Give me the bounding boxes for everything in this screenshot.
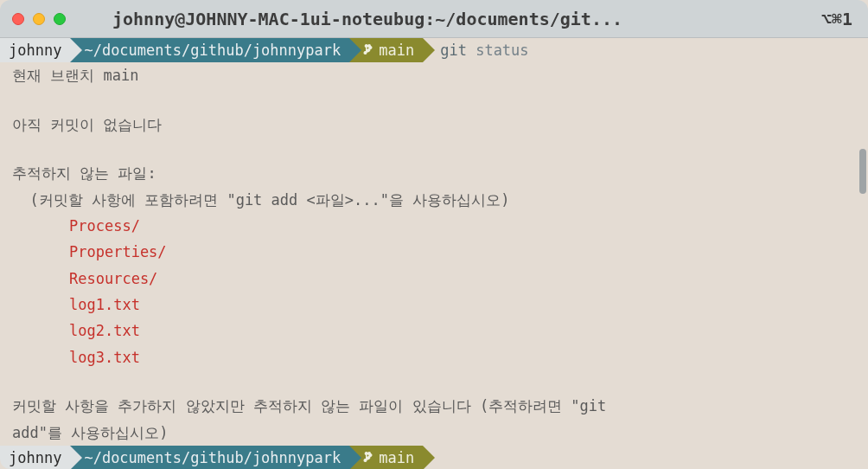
- prompt-branch: main: [379, 39, 414, 61]
- window-controls: [12, 13, 66, 25]
- prompt-user-segment: johnny: [0, 38, 70, 62]
- prompt-path: ~/documents/github/johnnypark: [84, 39, 341, 61]
- output-blank: [0, 370, 868, 393]
- prompt-user: johnny: [9, 447, 61, 469]
- titlebar[interactable]: johnny@JOHNNY-MAC-1ui-noteubug:~/documen…: [0, 0, 868, 38]
- cursor[interactable]: [440, 449, 448, 469]
- terminal-content[interactable]: johnny ~/documents/github/johnnypark mai…: [0, 38, 868, 469]
- terminal-window: johnny@JOHNNY-MAC-1ui-noteubug:~/documen…: [0, 0, 868, 469]
- untracked-file: log1.txt: [0, 292, 868, 318]
- output-line: 커밋할 사항을 추가하지 않았지만 추적하지 않는 파일이 있습니다 (추적하려…: [0, 393, 868, 419]
- command-git: git: [440, 39, 467, 61]
- zoom-icon[interactable]: [54, 13, 66, 25]
- untracked-file: Process/: [0, 213, 868, 239]
- output-line: 추적하지 않는 파일:: [0, 160, 868, 186]
- untracked-file: Properties/: [0, 239, 868, 265]
- prompt-branch: main: [379, 447, 414, 469]
- minimize-icon[interactable]: [33, 13, 45, 25]
- output-line: 현재 브랜치 main: [0, 62, 868, 88]
- prompt-path-segment: ~/documents/github/johnnypark: [70, 446, 349, 469]
- window-title: johnny@JOHNNY-MAC-1ui-noteubug:~/documen…: [112, 9, 773, 29]
- prompt-line: johnny ~/documents/github/johnnypark mai…: [0, 38, 868, 62]
- prompt-user-segment: johnny: [0, 446, 70, 469]
- command-args: status: [475, 39, 528, 61]
- untracked-file: log3.txt: [0, 344, 868, 370]
- untracked-file: log2.txt: [0, 318, 868, 344]
- git-branch-icon: [363, 39, 373, 61]
- prompt-line: johnny ~/documents/github/johnnypark mai…: [0, 446, 868, 469]
- prompt-user: johnny: [9, 39, 61, 61]
- command-input: git status: [423, 38, 528, 62]
- git-branch-icon: [363, 447, 373, 469]
- prompt-path: ~/documents/github/johnnypark: [84, 447, 341, 469]
- output-blank: [0, 88, 868, 111]
- scrollbar-thumb[interactable]: [859, 149, 866, 194]
- output-line: 아직 커밋이 없습니다: [0, 112, 868, 138]
- output-line: add"를 사용하십시오): [0, 420, 868, 446]
- close-icon[interactable]: [12, 13, 24, 25]
- output-blank: [0, 138, 868, 160]
- prompt-path-segment: ~/documents/github/johnnypark: [70, 38, 349, 62]
- output-line: (커밋할 사항에 포함하려면 "git add <파일>..."을 사용하십시오…: [0, 187, 868, 213]
- untracked-file: Resources/: [0, 266, 868, 292]
- window-shortcut: ⌥⌘1: [821, 9, 852, 29]
